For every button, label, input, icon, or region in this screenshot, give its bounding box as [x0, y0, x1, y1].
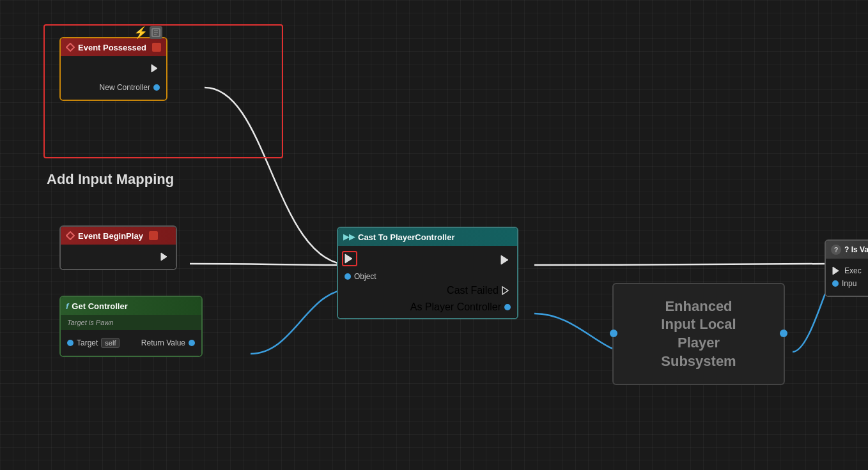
pin-return-value[interactable] [189, 340, 195, 346]
exec-in-pin-isvalid[interactable] [832, 266, 841, 275]
enhanced-node-text: EnhancedInput LocalPlayerSubsystem [651, 285, 745, 383]
pin-label-input: Inpu [842, 279, 856, 288]
pin-label-return-value: Return Value [141, 338, 185, 347]
node-cast-to-player-controller[interactable]: ▶▶ Cast To PlayerController [337, 227, 518, 319]
pin-enhanced-out[interactable] [780, 330, 787, 337]
node-title-event-possessed: Event Possessed [78, 43, 146, 52]
node-header-event-beginplay: Event BeginPlay [61, 227, 176, 245]
pin-label-as-player-controller: As Player Controller [410, 301, 501, 313]
node-title-get-controller: Get Controller [72, 301, 127, 311]
node-subtitle-get-controller: Target is Pawn [67, 319, 113, 326]
svg-marker-8 [345, 254, 352, 263]
pin-enhanced-in[interactable] [610, 330, 617, 337]
node-event-possessed[interactable]: ⚡ Event Possessed [59, 37, 167, 101]
node-body-event-beginplay [61, 245, 176, 269]
node-get-controller[interactable]: f Get Controller Target is Pawn Target s… [59, 296, 203, 357]
pin-new-controller[interactable] [153, 84, 160, 91]
node-title-cast: Cast To PlayerController [358, 232, 454, 242]
node-body-is-valid: Exec Inpu [826, 259, 868, 296]
node-header-cast: ▶▶ Cast To PlayerController [338, 228, 517, 246]
svg-marker-11 [833, 267, 839, 275]
self-badge: self [101, 338, 120, 348]
exec-out-pin-cast[interactable] [500, 255, 511, 265]
node-title-event-beginplay: Event BeginPlay [78, 231, 143, 241]
exec-out-pin-beginplay[interactable] [160, 252, 169, 261]
diamond-icon [66, 43, 75, 52]
pin-object[interactable] [345, 273, 351, 280]
function-icon: f [66, 301, 68, 311]
cast-failed-pin[interactable] [502, 286, 511, 295]
node-header-is-valid: ? ? Is Va [826, 241, 868, 259]
node-title-is-valid: ? Is Va [844, 245, 868, 254]
node-body-event-possessed: New Controller [61, 56, 166, 100]
node-header-get-controller: f Get Controller [61, 297, 201, 315]
diamond-icon-beginplay [66, 231, 75, 240]
blueprint-canvas[interactable]: Add Input Mapping ⚡ Event Possessed [0, 0, 868, 470]
pin-target-in[interactable] [67, 340, 74, 346]
node-enhanced-input-subsystem[interactable]: EnhancedInput LocalPlayerSubsystem [612, 283, 785, 385]
svg-marker-7 [161, 253, 167, 261]
node-body-cast: Object Cast Failed [338, 246, 517, 318]
pin-label-new-controller: New Controller [100, 83, 150, 92]
exec-in-pin-cast[interactable] [345, 254, 355, 264]
svg-marker-6 [66, 232, 74, 239]
svg-marker-4 [66, 43, 74, 51]
pin-label-object: Object [354, 272, 376, 281]
pin-as-player-controller[interactable] [504, 304, 511, 310]
section-label: Add Input Mapping [47, 171, 174, 188]
question-icon: ? [831, 245, 841, 255]
node-header-event-possessed: ⚡ Event Possessed [61, 38, 166, 56]
svg-marker-9 [501, 255, 508, 264]
cast-icon: ▶▶ [343, 232, 355, 241]
pin-input-isvalid[interactable] [832, 280, 839, 287]
node-event-beginplay[interactable]: Event BeginPlay [59, 225, 177, 270]
exec-out-pin-event-possessed[interactable] [151, 64, 160, 73]
pin-label-target: Target [77, 338, 98, 347]
node-body-get-controller: Target self Return Value [61, 330, 201, 356]
svg-marker-5 [151, 64, 157, 72]
svg-marker-10 [502, 287, 508, 294]
pin-label-exec: Exec [844, 266, 862, 275]
pin-label-cast-failed: Cast Failed [447, 285, 499, 296]
node-is-valid[interactable]: ? ? Is Va Exec Inpu [825, 239, 868, 297]
